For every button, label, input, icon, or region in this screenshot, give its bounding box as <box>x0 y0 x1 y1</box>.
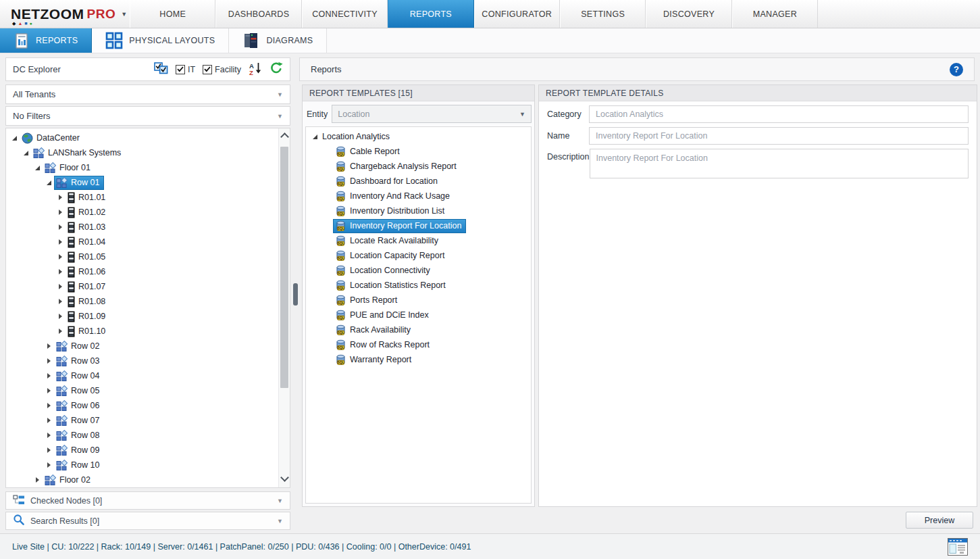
netzoom-logo[interactable]: NETZOOM PRO ▼ ◆▲■● <box>0 0 130 28</box>
tree-node-r01-04[interactable]: R01.04 <box>6 235 290 249</box>
collapsed-arrow-icon[interactable] <box>44 343 54 349</box>
tree-node-r01-06[interactable]: R01.06 <box>6 264 290 279</box>
collapsed-arrow-icon[interactable] <box>55 224 66 230</box>
tree-node-r01-09[interactable]: R01.09 <box>6 309 290 324</box>
scroll-up-icon[interactable] <box>280 132 289 141</box>
sort-az-icon[interactable]: AZ <box>249 62 262 78</box>
collapsed-arrow-icon[interactable] <box>44 418 54 423</box>
collapsed-arrow-icon[interactable] <box>55 254 66 260</box>
top-nav-tab-manager[interactable]: MANAGER <box>732 0 818 28</box>
tree-node-row-03[interactable]: Row 03 <box>6 354 290 368</box>
expanded-arrow-icon[interactable] <box>32 166 43 170</box>
panel-splitter-handle[interactable] <box>293 283 298 306</box>
tree-node-r01-02[interactable]: R01.02 <box>6 205 290 220</box>
template-item-warranty-report[interactable]: SQLWarranty Report <box>306 352 531 367</box>
sub-nav-tab-diagrams[interactable]: DIAGRAMS <box>229 28 327 53</box>
search-results-dropdown[interactable]: Search Results [0] ▼ <box>5 512 290 530</box>
top-nav-tab-settings[interactable]: SETTINGS <box>560 0 646 28</box>
template-item-row-of-racks-report[interactable]: SQLRow of Racks Report <box>306 337 531 352</box>
template-item-inventory-and-rack-usage[interactable]: SQLInventory And Rack Usage <box>306 189 531 203</box>
entity-select[interactable]: Location ▼ <box>332 105 532 123</box>
filters-dropdown[interactable]: No Filters ▼ <box>5 106 290 126</box>
top-nav-tab-dashboards[interactable]: DASHBOARDS <box>215 0 301 28</box>
tree-node-row-01[interactable]: Row 01 <box>6 175 290 190</box>
expanded-arrow-icon[interactable] <box>44 180 54 185</box>
scrollbar-thumb[interactable] <box>280 147 288 388</box>
tree-node-row-08[interactable]: Row 08 <box>6 428 290 443</box>
collapsed-arrow-icon[interactable] <box>55 239 66 245</box>
template-item-locate-rack-availability[interactable]: SQLLocate Rack Availability <box>306 233 531 248</box>
tree-node-r01-08[interactable]: R01.08 <box>6 294 290 309</box>
top-nav-tab-configurator[interactable]: CONFIGURATOR <box>474 0 560 28</box>
help-icon[interactable]: ? <box>950 63 963 76</box>
tree-node-row-05[interactable]: Row 05 <box>6 383 290 398</box>
collapsed-arrow-icon[interactable] <box>55 284 66 289</box>
tree-node-floor-02[interactable]: Floor 02 <box>6 472 290 487</box>
sub-nav-tab-reports[interactable]: REPORTS <box>0 28 92 53</box>
template-item-inventory-distribution-list[interactable]: SQLInventory Distribution List <box>306 203 531 218</box>
template-item-location-connectivity[interactable]: SQLLocation Connectivity <box>306 263 531 278</box>
expanded-arrow-icon[interactable] <box>310 135 320 139</box>
expanded-arrow-icon[interactable] <box>21 151 31 155</box>
top-nav-tab-home[interactable]: HOME <box>130 0 215 28</box>
template-item-chargeback-analysis-report[interactable]: SQLChargeback Analysis Report <box>306 159 531 174</box>
template-item-location-statistics-report[interactable]: SQLLocation Statistics Report <box>306 278 531 293</box>
collapsed-arrow-icon[interactable] <box>44 403 54 408</box>
multi-checkbox-icon[interactable] <box>154 62 168 76</box>
tree-node-r01-01[interactable]: R01.01 <box>6 190 290 205</box>
collapsed-arrow-icon[interactable] <box>55 329 66 334</box>
tree-node-r01-10[interactable]: R01.10 <box>6 324 290 339</box>
top-nav-tab-discovery[interactable]: DISCOVERY <box>646 0 731 28</box>
sub-nav-tab-physical-layouts[interactable]: PHYSICAL LAYOUTS <box>92 28 229 53</box>
template-item-dashboard-for-location[interactable]: SQLDashboard for Location <box>306 174 531 189</box>
collapsed-arrow-icon[interactable] <box>44 358 54 364</box>
preview-button[interactable]: Preview <box>906 512 973 529</box>
it-checkbox-group[interactable]: IT <box>176 65 195 74</box>
refresh-icon[interactable] <box>269 62 283 77</box>
collapsed-arrow-icon[interactable] <box>55 269 66 274</box>
tree-node-r01-07[interactable]: R01.07 <box>6 279 290 294</box>
collapsed-arrow-icon[interactable] <box>55 299 66 304</box>
template-category-location-analytics[interactable]: Location Analytics <box>306 129 531 144</box>
collapsed-arrow-icon[interactable] <box>55 314 66 319</box>
logo-caret-down-icon[interactable]: ▼ <box>121 11 127 18</box>
tree-node-row-02[interactable]: Row 02 <box>6 339 290 354</box>
scroll-down-icon[interactable] <box>280 473 289 482</box>
top-nav-tab-reports[interactable]: REPORTS <box>388 0 473 28</box>
checked-nodes-dropdown[interactable]: Checked Nodes [0] ▼ <box>5 491 290 510</box>
tree-node-floor-01[interactable]: Floor 01 <box>6 160 290 175</box>
tree-node-lanshark-systems[interactable]: LANShark Systems <box>6 145 290 160</box>
template-item-cable-report[interactable]: SQLCable Report <box>306 144 531 159</box>
template-item-pue-and-dcie-index[interactable]: SQLPUE and DCiE Index <box>306 308 531 322</box>
it-checkbox[interactable] <box>176 65 185 74</box>
template-item-rack-availability[interactable]: SQLRack Availability <box>306 322 531 337</box>
tree-node-row-10[interactable]: Row 10 <box>6 458 290 472</box>
collapsed-arrow-icon[interactable] <box>44 447 54 453</box>
tree-node-row-04[interactable]: Row 04 <box>6 368 290 383</box>
tree-node-row-07[interactable]: Row 07 <box>6 413 290 428</box>
mini-window-icon[interactable] <box>948 538 968 556</box>
collapsed-arrow-icon[interactable] <box>32 477 43 483</box>
tree-scrollbar[interactable] <box>278 128 290 487</box>
template-item-location-capacity-report[interactable]: SQLLocation Capacity Report <box>306 248 531 263</box>
collapsed-arrow-icon[interactable] <box>44 462 54 468</box>
collapsed-arrow-icon[interactable] <box>44 373 54 379</box>
expanded-arrow-icon[interactable] <box>9 136 20 141</box>
top-nav-tab-connectivity[interactable]: CONNECTIVITY <box>302 0 388 28</box>
tree-node-r01-05[interactable]: R01.05 <box>6 249 290 264</box>
tenants-dropdown[interactable]: All Tenants ▼ <box>5 84 290 104</box>
category-field[interactable]: Location Analytics <box>589 105 969 123</box>
collapsed-arrow-icon[interactable] <box>55 195 66 200</box>
collapsed-arrow-icon[interactable] <box>55 210 66 215</box>
template-item-inventory-report-for-location[interactable]: SQLInventory Report For Location <box>306 218 531 233</box>
tree-node-r01-03[interactable]: R01.03 <box>6 220 290 235</box>
tree-node-datacenter[interactable]: DataCenter <box>6 130 290 145</box>
collapsed-arrow-icon[interactable] <box>44 433 54 438</box>
tree-node-row-06[interactable]: Row 06 <box>6 398 290 413</box>
tree-node-row-09[interactable]: Row 09 <box>6 443 290 458</box>
description-field[interactable]: Inventory Report For Location <box>590 149 969 178</box>
name-field[interactable]: Inventory Report For Location <box>589 127 969 145</box>
collapsed-arrow-icon[interactable] <box>44 388 54 393</box>
template-item-ports-report[interactable]: SQLPorts Report <box>306 293 531 308</box>
facility-checkbox-group[interactable]: Facility <box>203 65 241 74</box>
